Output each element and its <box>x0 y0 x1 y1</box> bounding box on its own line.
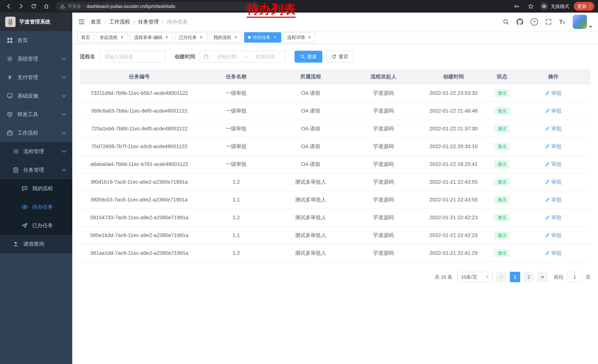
cell-initiator: 芋道源码 <box>348 244 419 262</box>
update-button[interactable]: 更新 <box>574 2 594 11</box>
cell-task-id: 75d72608-7b7f-11ec-a3c8-acde48001122 <box>80 138 199 155</box>
forward-button[interactable] <box>16 1 26 11</box>
sidebar-item-payment[interactable]: ¥ 支付管理 <box>0 68 72 87</box>
fullscreen-button[interactable] <box>545 19 552 25</box>
tab-process-detail[interactable]: 流程详情 <box>283 32 316 43</box>
status-badge: 激活 <box>494 249 510 257</box>
home-button[interactable] <box>42 1 51 11</box>
sidebar-item-process-mgmt[interactable]: 流程管理 <box>0 142 72 161</box>
sidebar: 芋道管理系统 首页 系统管理 ¥ 支付管理 <box>0 13 72 364</box>
approve-link[interactable]: 审批 <box>545 178 562 186</box>
next-page-button[interactable] <box>537 272 548 282</box>
cell-created: 2022-01-21 22:43:55 <box>419 191 488 209</box>
approve-link[interactable]: 审批 <box>545 196 562 203</box>
tab-form-edit[interactable]: 流程表单-编辑 <box>130 32 173 43</box>
tab-done-tasks[interactable]: 已办任务 <box>175 32 208 43</box>
breadcrumb-task-mgmt[interactable]: 任务管理 <box>138 18 159 25</box>
cell-task-id: 58154733-7ac8-11ec-a9e2-a2380e71991a <box>80 209 199 226</box>
back-icon <box>6 3 11 9</box>
approve-link[interactable]: 审批 <box>545 90 562 97</box>
cell-process: OA 请假 <box>274 155 348 173</box>
page-unit-label: 页 <box>586 274 590 280</box>
tab-start-process[interactable]: 发起流程 <box>96 32 128 43</box>
fullscreen-icon <box>545 19 552 25</box>
cell-task-name: 1.1 <box>199 191 274 209</box>
approve-link[interactable]: 审批 <box>545 161 562 168</box>
col-created: 创建时间 <box>419 69 488 84</box>
sidebar-item-done-tasks[interactable]: 已办任务 <box>0 216 72 235</box>
password-key-button[interactable] <box>512 1 522 11</box>
cell-task-name: 1.2 <box>199 173 274 191</box>
approve-link[interactable]: 审批 <box>545 232 562 239</box>
col-initiator: 流程发起人 <box>348 69 419 84</box>
app-logo[interactable]: 芋道管理系统 <box>0 13 72 31</box>
chevron-down-icon <box>62 148 66 153</box>
docs-help-button[interactable]: ? <box>531 18 538 25</box>
cell-task-name: 1.2 <box>199 244 274 262</box>
avatar[interactable] <box>573 15 587 29</box>
edit-icon <box>545 215 550 220</box>
table-row: 381aa1dd-7ac8-11ec-a9e2-a2380e71991a 1.2… <box>80 244 590 262</box>
process-name-input[interactable] <box>100 51 166 63</box>
approve-link[interactable]: 审批 <box>545 214 562 221</box>
sidebar-menu: 首页 系统管理 ¥ 支付管理 基础设施 <box>0 31 72 253</box>
close-icon[interactable] <box>164 35 169 40</box>
process-name-label: 流程名 <box>80 53 95 60</box>
user-icon <box>13 241 19 247</box>
header-search-button[interactable] <box>503 19 509 25</box>
end-date-placeholder: 结束日期 <box>248 54 282 60</box>
edit-icon <box>545 108 550 113</box>
caret-down-icon <box>589 26 592 28</box>
sidebar-item-leave-query[interactable]: 请假查询 <box>0 235 72 253</box>
address-bar[interactable]: 不安全 dashboard.yudao.iocoder.cn/bpm/task/… <box>56 2 260 11</box>
page-button-2[interactable]: 2 <box>523 272 534 282</box>
tab-my-process[interactable]: 我的流程 <box>210 32 242 43</box>
approve-link[interactable]: 审批 <box>545 125 562 132</box>
user-menu[interactable] <box>573 15 592 29</box>
reload-button[interactable] <box>29 1 39 11</box>
sidebar-item-workflow[interactable]: 工作流程 <box>0 124 72 142</box>
close-icon[interactable] <box>119 35 125 40</box>
date-range-picker[interactable]: 开始日期 - 结束日期 <box>200 51 286 63</box>
search-button[interactable]: 搜索 <box>295 51 322 63</box>
breadcrumb-workflow[interactable]: 工作流程 <box>109 18 130 25</box>
forward-icon <box>18 3 24 9</box>
github-button[interactable] <box>516 18 523 25</box>
close-icon[interactable] <box>307 35 312 40</box>
tab-home[interactable]: 首页 <box>77 32 94 43</box>
browser-menu-icon[interactable] <box>590 4 590 8</box>
sidebar-item-devtools[interactable]: 研发工具 <box>0 105 72 124</box>
page-button-1[interactable]: 1 <box>510 272 520 282</box>
table-row: 725a1eb6-7b88-11ec-8ef0-acde48001122 一级审… <box>80 120 590 138</box>
tags-view: 首页 发起流程 流程表单-编辑 已办任务 我的流程 <box>72 31 598 44</box>
incognito-label: 无痕模式 <box>551 3 569 9</box>
app-title: 芋道管理系统 <box>19 18 50 25</box>
approve-link[interactable]: 审批 <box>545 250 562 257</box>
goto-page-input[interactable] <box>567 272 582 282</box>
sidebar-item-task-mgmt[interactable]: 任务管理 <box>0 161 72 179</box>
col-task-name: 任务名称 <box>199 69 274 84</box>
approve-link[interactable]: 审批 <box>545 143 562 150</box>
prev-page-button[interactable] <box>496 272 507 282</box>
bookmark-star-button[interactable] <box>526 1 536 11</box>
page-size-select[interactable]: 10条/页 <box>457 272 493 282</box>
sidebar-item-system[interactable]: 系统管理 <box>0 50 72 68</box>
back-button[interactable] <box>4 1 13 11</box>
close-icon[interactable] <box>199 35 204 40</box>
font-size-button[interactable]: TT <box>559 19 565 25</box>
cell-task-name: 1.1 <box>199 226 274 244</box>
sidebar-item-infra[interactable]: 基础设施 <box>0 87 72 105</box>
breadcrumb-home[interactable]: 首页 <box>91 18 101 25</box>
edit-icon <box>545 144 550 149</box>
sidebar-item-todo-tasks[interactable]: 待办任务 <box>0 198 72 216</box>
toolbox-icon <box>7 111 13 118</box>
sidebar-item-home[interactable]: 首页 <box>0 31 72 50</box>
reset-button[interactable]: 重置 <box>326 51 354 63</box>
sidebar-item-my-process[interactable]: 我的流程 <box>0 179 72 198</box>
close-icon[interactable] <box>233 35 238 40</box>
approve-link[interactable]: 审批 <box>545 107 562 114</box>
close-icon[interactable] <box>272 35 277 40</box>
cell-process: OA 请假 <box>274 84 348 102</box>
sidebar-collapse-button[interactable] <box>78 18 85 25</box>
tab-todo-tasks[interactable]: 待办任务 <box>244 32 281 43</box>
